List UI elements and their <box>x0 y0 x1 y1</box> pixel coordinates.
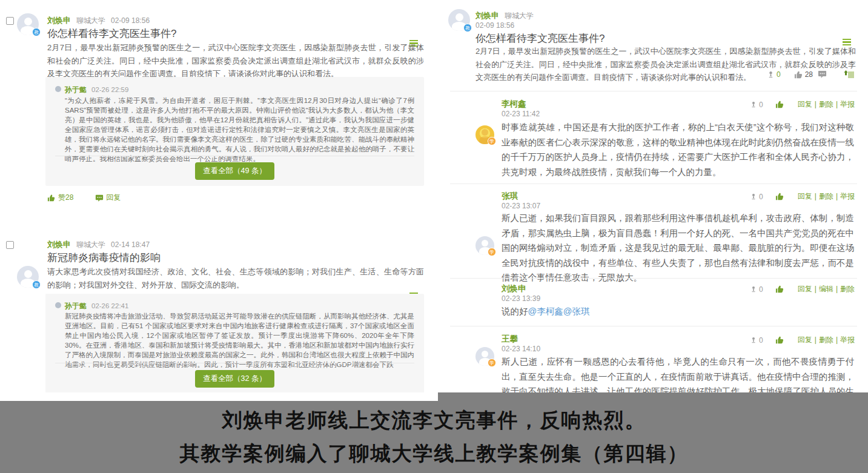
award-icon <box>750 286 757 293</box>
reply-body: 新冠肺炎疫情将冲击旅游业活动、导致贸易活动延迟并可能导致潜在的供应链阻断，从而影… <box>65 311 414 369</box>
separator: | <box>815 336 817 344</box>
reply-time: 02-26 22:59 <box>91 86 128 93</box>
author-school: 聊城大学 <box>76 16 105 25</box>
author-name[interactable]: 刘焕申 <box>475 11 499 20</box>
reply-label: 回复 <box>106 193 121 203</box>
reply-body: “为众人抱薪者，冻毙于风雪。为自由开道者，困厄于荆棘。”李文亮医生因12月30日… <box>65 96 414 164</box>
view-all-replies-button[interactable]: 查看全部（49 条） <box>195 162 274 180</box>
pin-top-icon <box>844 70 855 79</box>
topic-detail-panel: 教 刘焕申聊城大学 02-09 18:56 你怎样看待李文亮医生事件? 2月7日… <box>438 0 868 392</box>
reply-link[interactable]: 回复 <box>798 100 812 108</box>
topic-title[interactable]: 你怎样看待李文亮医生事件? <box>47 27 176 41</box>
divider <box>450 278 857 279</box>
comment-author[interactable]: 李柯鑫 <box>502 99 526 110</box>
avatar[interactable]: 学 <box>475 236 494 255</box>
separator: | <box>815 100 817 108</box>
report-link[interactable]: 举报 <box>840 336 855 344</box>
teacher-badge: 教 <box>463 24 472 32</box>
separator: | <box>836 285 838 293</box>
comment-action[interactable] <box>818 69 827 80</box>
post-time: 02-09 18:56 <box>111 16 150 25</box>
report-link[interactable]: 举报 <box>840 192 855 200</box>
student-badge: 学 <box>488 248 496 256</box>
comment-body: 斯人已逝，如果我们盲目跟风，跟着那些利用这件事借机趁机牟利，攻击政府、体制，制造… <box>502 211 854 285</box>
avatar[interactable]: 教 <box>17 13 39 35</box>
reply-link[interactable]: 回复 <box>798 192 812 200</box>
award-action[interactable]: 0 <box>750 193 763 201</box>
comment-author[interactable]: 王攀 <box>502 334 518 345</box>
award-icon <box>767 71 775 79</box>
topic-checkbox[interactable] <box>6 17 14 25</box>
teacher-badge: 教 <box>32 28 41 36</box>
topic-title: 你怎样看待李文亮医生事件? <box>475 31 605 45</box>
separator: | <box>836 192 838 200</box>
award-action[interactable]: 0 <box>750 336 763 345</box>
post-time: 02-09 18:56 <box>475 21 514 30</box>
award-action[interactable]: 0 <box>750 285 763 294</box>
pin-top-action[interactable] <box>844 69 855 80</box>
topic-body: 请大家思考此次疫情对我国经济、政治、文化、社会、生态等领域的影响；对我们生产、生… <box>47 265 424 291</box>
award-count: 0 <box>759 193 763 201</box>
like-label: 赞28 <box>58 193 73 203</box>
mention-link[interactable]: @李柯鑫 <box>528 306 563 316</box>
teacher-badge: 教 <box>32 280 41 289</box>
view-all-replies-button[interactable]: 查看全部（32 条） <box>195 370 274 388</box>
comment-time: 02-23 11:42 <box>502 110 540 118</box>
topic-checkbox[interactable] <box>6 241 14 249</box>
award-action[interactable]: 0 <box>750 101 763 109</box>
reply-avatar-dot <box>55 302 61 308</box>
delete-link[interactable]: 删除 <box>819 336 833 344</box>
award-icon <box>750 337 757 344</box>
comment-author[interactable]: 刘焕申 <box>502 283 526 294</box>
divider <box>55 363 414 363</box>
comment-author[interactable]: 张琪 <box>502 191 518 202</box>
reply-author[interactable]: 孙于懿 <box>65 85 87 94</box>
comment-body: 斯人已逝，应怀有一颗感恩的心去看待他，毕竟人的生命只有一次，而他不畏疫情勇于付出… <box>502 354 854 392</box>
caption-band: 刘焕申老师线上交流李文亮事件，反响热烈。 其教学案例编入了聊城大学线上教学案例集… <box>0 392 868 473</box>
topic-body: 2月7日，最早发出新冠肺炎预警的医生之一，武汉中心医院李文亮医生，因感染新型肺炎… <box>47 41 424 81</box>
comment-bubble-icon <box>818 70 827 79</box>
avatar[interactable]: 学 <box>475 125 494 144</box>
delete-link[interactable]: 删除 <box>819 100 833 108</box>
report-link[interactable]: 举报 <box>840 100 855 108</box>
divider <box>450 326 857 326</box>
thumbs-up-icon[interactable] <box>775 285 784 294</box>
avatar[interactable]: 教 <box>17 266 39 288</box>
reply-preview-box: 孙于懿02-26 22:59 “为众人抱薪者，冻毙于风雪。为自由开道者，困厄于荆… <box>45 77 424 186</box>
author-name[interactable]: 刘焕申 <box>47 240 71 249</box>
author-name[interactable]: 刘焕申 <box>47 16 71 25</box>
thumbs-up-icon <box>47 194 56 202</box>
avatar[interactable]: 学 <box>475 347 494 366</box>
separator: | <box>836 100 838 108</box>
divider <box>55 156 414 156</box>
mention-link[interactable]: @张琪 <box>563 306 590 316</box>
avatar[interactable]: 教 <box>448 9 470 31</box>
comment-time: 02-23 13:07 <box>502 202 540 210</box>
caption-line-1: 刘焕申老师线上交流李文亮事件，反响热烈。 <box>0 407 868 434</box>
like-action[interactable]: 28 <box>794 70 813 79</box>
reply-link[interactable]: 回复 <box>798 285 812 293</box>
reply-action[interactable]: 回复 <box>95 193 121 203</box>
reply-avatar-dot <box>55 86 61 92</box>
edit-link[interactable]: 编辑 <box>819 285 833 293</box>
thumbs-up-icon[interactable] <box>775 100 784 109</box>
delete-link[interactable]: 删除 <box>840 285 855 293</box>
author-school: 聊城大学 <box>505 12 534 20</box>
reply-author[interactable]: 孙于懿 <box>65 302 87 310</box>
thumbs-up-icon[interactable] <box>775 192 784 201</box>
separator: | <box>836 336 838 344</box>
comment-time: 02-23 14:10 <box>502 345 540 353</box>
divider <box>450 91 857 91</box>
award-count: 0 <box>759 336 763 345</box>
award-action[interactable]: 0 <box>767 70 781 79</box>
like-action[interactable]: 赞28 <box>47 193 73 203</box>
thumbs-up-icon[interactable] <box>775 336 784 345</box>
award-count: 0 <box>759 101 763 109</box>
award-count: 0 <box>777 70 781 79</box>
like-count: 28 <box>805 70 813 79</box>
reply-link[interactable]: 回复 <box>798 336 812 344</box>
topic-title[interactable]: 新冠肺炎病毒疫情的影响 <box>47 251 161 265</box>
delete-link[interactable]: 删除 <box>819 192 833 200</box>
topic-list-panel: 教 刘焕申聊城大学02-09 18:56 你怎样看待李文亮医生事件? 2月7日，… <box>0 0 438 401</box>
divider <box>450 184 857 184</box>
